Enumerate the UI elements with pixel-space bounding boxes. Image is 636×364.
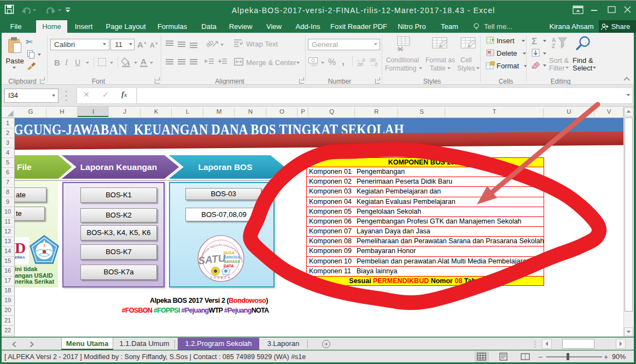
svg-text:BANGSA: BANGSA [224, 255, 240, 259]
svg-text:FOSBON: FOSBON [211, 276, 231, 279]
svg-text:BAHASA: BAHASA [224, 260, 240, 263]
svg-text:NUSA: NUSA [224, 251, 235, 255]
